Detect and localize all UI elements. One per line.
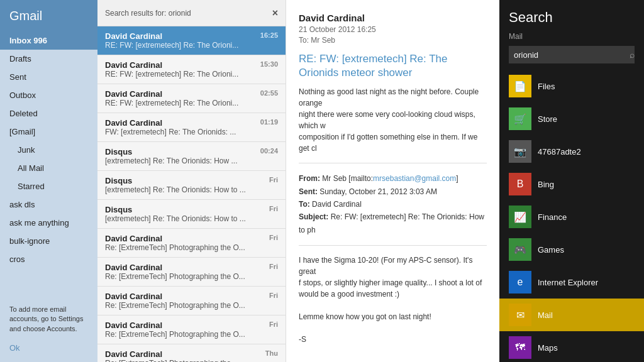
maps-icon: 🗺 [509, 336, 531, 359]
to-label: To: [299, 200, 310, 209]
sidebar-item-junk[interactable]: Junk [0, 141, 97, 159]
mail-icon: ✉ [509, 304, 531, 326]
email-sender-name: FriDavid Cardinal [105, 234, 278, 243]
search-box[interactable]: ⌕ [509, 46, 635, 63]
sent-label: Sent: [299, 187, 318, 196]
email-sender-name: 16:25David Cardinal [105, 31, 278, 41]
email-subject-preview: Re: [ExtremeTech] Photographing the O... [105, 243, 278, 252]
email-list-item[interactable]: FriDavid CardinalRe: [ExtremeTech] Photo… [97, 258, 286, 287]
right-panel: Search Mail ⌕ 📄Files🛒Store📷47687adte2BBi… [499, 0, 644, 362]
sidebar-item-askme[interactable]: ask me anything [0, 214, 97, 232]
sidebar-item-askdls[interactable]: ask dls [0, 195, 97, 214]
email-list-item[interactable]: FriDavid CardinalRe: [ExtremeTech] Photo… [97, 287, 286, 315]
email-sender-name: FriDavid Cardinal [105, 292, 278, 301]
app-item-store[interactable]: 🛒Store [499, 102, 644, 135]
email-time: Fri [269, 205, 278, 212]
email-subject-preview: Re: [ExtremeTech] Photographing the O... [105, 330, 278, 339]
app-name: 47687adte2 [538, 147, 581, 156]
app-item-finance[interactable]: 📈Finance [499, 200, 644, 233]
email-time: 01:19 [260, 118, 278, 126]
email-subject-preview: [extremetech] Re: The Orionids: How to .… [105, 214, 278, 223]
games-icon: 🎮 [509, 238, 531, 261]
app-item-mail[interactable]: ✉Mail [499, 299, 644, 331]
bing-icon: B [509, 173, 531, 195]
email-content: David Cardinal 21 October 2012 16:25 To:… [286, 0, 499, 362]
results-header: Search results for: orionid × [97, 0, 286, 26]
sidebar-item-inbox[interactable]: Inbox 996 [0, 31, 97, 50]
panel-subtitle: Mail [499, 29, 644, 46]
email-list-item[interactable]: FriDisqus[extremetech] Re: The Orionids:… [97, 171, 286, 200]
app-name: Games [538, 245, 564, 255]
app-item-maps[interactable]: 🗺Maps [499, 331, 644, 362]
sidebar-item-drafts[interactable]: Drafts [0, 50, 97, 68]
email-time: Fri [269, 321, 278, 328]
subject-label: Subject: [299, 212, 328, 221]
from-label: From: [299, 174, 320, 183]
email-subject-preview: Re: [ExtremeTech] Photographing the ... [105, 359, 278, 362]
nav-list: Inbox 996DraftsSentOutboxDeleted[Gmail]J… [0, 31, 97, 268]
app-title: Gmail [0, 0, 97, 31]
ok-link[interactable]: Ok [0, 340, 97, 362]
app-item-bing[interactable]: BBing [499, 168, 644, 200]
sidebar-item-sent[interactable]: Sent [0, 68, 97, 86]
from-value: Mr Seb [mailto:mrsebastian@gmail.com] [322, 174, 458, 183]
sidebar-item-gmail[interactable]: [Gmail] [0, 123, 97, 141]
email-sender-name: ThuDavid Cardinal [105, 349, 278, 359]
app-item-ie[interactable]: eInternet Explorer [499, 266, 644, 299]
sidebar-item-deleted[interactable]: Deleted [0, 104, 97, 123]
app-item-files[interactable]: 📄Files [499, 70, 644, 102]
email-time: 15:30 [260, 60, 278, 68]
files-icon: 📄 [509, 75, 531, 97]
footer-text: To add more email accounts, go to Settin… [0, 299, 97, 340]
email-meta-block: From: Mr Seb [mailto:mrsebastian@gmail.c… [299, 172, 487, 236]
email-time: 16:25 [260, 31, 278, 39]
ie-icon: e [509, 271, 531, 293]
email-sender-name: 00:24Disqus [105, 147, 278, 156]
email-lemme: Lemme know how you got on last night! [299, 311, 487, 322]
app-name: Finance [538, 212, 567, 222]
search-input[interactable] [509, 47, 625, 63]
email-list: 16:25David CardinalRE: FW: [extremetech]… [97, 26, 286, 362]
email-body-intro: Nothing as good last night as the night … [299, 86, 487, 154]
email-sender-name: 15:30David Cardinal [105, 60, 278, 70]
email-time: Thu [265, 349, 278, 357]
email-sender-name: 02:55David Cardinal [105, 89, 278, 99]
email-subject-preview: Re: [ExtremeTech] Photographing the O... [105, 301, 278, 310]
email-sender-name: 01:19David Cardinal [105, 118, 278, 128]
email-list-item[interactable]: FriDavid CardinalRe: [ExtremeTech] Photo… [97, 229, 286, 258]
email-body2: I have the Sigma 10-20! (For my APS-C se… [299, 255, 487, 300]
results-header-text: Search results for: orionid [105, 9, 191, 18]
email-time: 02:55 [260, 89, 278, 97]
sidebar-item-starred[interactable]: Starred [0, 177, 97, 195]
sidebar-item-allmail[interactable]: All Mail [0, 159, 97, 177]
sidebar-item-outbox[interactable]: Outbox [0, 86, 97, 104]
email-list-item[interactable]: ThuDavid CardinalRe: [ExtremeTech] Photo… [97, 344, 286, 362]
email-list-item[interactable]: FriDavid CardinalRe: [ExtremeTech] Photo… [97, 315, 286, 344]
email-sender-name: FriDavid Cardinal [105, 321, 278, 330]
email-list-item[interactable]: 01:19David CardinalFW: [extremetech] Re:… [97, 113, 286, 142]
app-name: Mail [538, 310, 553, 320]
email-list-item[interactable]: 15:30David CardinalRE: FW: [extremetech]… [97, 55, 286, 84]
sidebar-item-cros[interactable]: cros [0, 250, 97, 268]
sidebar: Gmail Inbox 996DraftsSentOutboxDeleted[G… [0, 0, 97, 362]
email-subject-preview: [extremetech] Re: The Orionids: How to .… [105, 185, 278, 194]
email-divider2 [299, 245, 487, 246]
search-icon: ⌕ [625, 46, 640, 63]
close-button[interactable]: × [272, 8, 278, 19]
app-name: Maps [538, 343, 558, 353]
sidebar-item-bulkignore[interactable]: bulk-ignore [0, 232, 97, 250]
app-item-camera[interactable]: 📷47687adte2 [499, 135, 644, 168]
email-date: 21 October 2012 16:25 [299, 25, 487, 34]
app-name: Bing [538, 180, 554, 189]
app-item-games[interactable]: 🎮Games [499, 233, 644, 266]
email-to: To: Mr Seb [299, 36, 487, 45]
app-name: Store [538, 114, 557, 124]
email-list-item[interactable]: 00:24Disqus[extremetech] Re: The Orionid… [97, 142, 286, 171]
email-time: Fri [269, 176, 278, 184]
email-list-item[interactable]: FriDisqus[extremetech] Re: The Orionids:… [97, 200, 286, 229]
panel-title: Search [499, 0, 644, 29]
email-list-item[interactable]: 16:25David CardinalRE: FW: [extremetech]… [97, 26, 286, 55]
email-subject-preview: Re: [ExtremeTech] Photographing the O... [105, 272, 278, 281]
email-list-item[interactable]: 02:55David CardinalRE: FW: [extremetech]… [97, 84, 286, 113]
email-subject-preview: [extremetech] Re: The Orionids: How ... [105, 156, 278, 165]
